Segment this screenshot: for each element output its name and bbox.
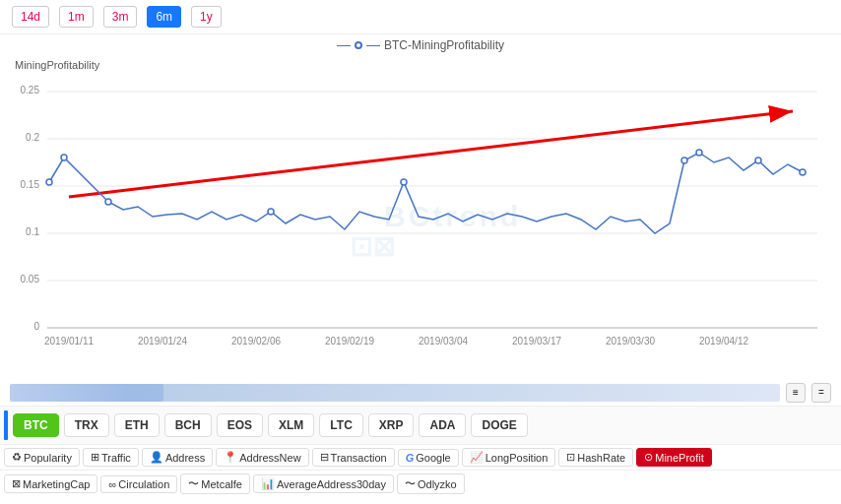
metric-btn-marketing-cap[interactable]: ⊠MarketingCap (4, 474, 97, 493)
metric-btn-popularity[interactable]: ♻Popularity (4, 448, 80, 467)
circulation-icon: ∞ (108, 478, 116, 490)
metric-btn-transaction[interactable]: ⊟Transaction (312, 448, 395, 467)
metric-btn-traffic[interactable]: ⊞Traffic (83, 448, 139, 467)
coin-btn-bch[interactable]: BCH (164, 413, 212, 437)
metric-btn-address-new[interactable]: 📍AddressNew (216, 448, 308, 467)
chart-title: BTC-MiningProfitability (10, 38, 831, 52)
coin-bar: BTC TRX ETH BCH EOS XLM LTC XRP ADA DOGE (0, 407, 841, 445)
metrics-row-2: ⊠MarketingCap ∞Circulation 〜Metcalfe 📊Av… (0, 471, 841, 497)
metric-btn-odlyzko[interactable]: 〜Odlyzko (397, 473, 465, 494)
coin-btn-eos[interactable]: EOS (217, 413, 263, 437)
svg-text:2019/03/04: 2019/03/04 (419, 336, 468, 346)
svg-text:2019/03/30: 2019/03/30 (606, 336, 655, 346)
time-btn-3m[interactable]: 3m (103, 6, 138, 28)
svg-text:0: 0 (33, 321, 39, 332)
time-btn-14d[interactable]: 14d (12, 6, 49, 28)
mini-chart-bar (10, 384, 780, 402)
address-new-icon: 📍 (224, 451, 237, 464)
svg-point-18 (105, 199, 111, 205)
metric-btn-hash-rate[interactable]: ⊡HashRate (558, 448, 633, 467)
odlyzko-icon: 〜 (405, 476, 416, 491)
metric-btn-google[interactable]: GGoogle (398, 449, 459, 467)
svg-text:⊡⊠: ⊡⊠ (350, 231, 395, 262)
google-icon: G (406, 452, 415, 464)
coin-btn-xrp[interactable]: XRP (368, 413, 415, 437)
svg-text:MiningProfitability: MiningProfitability (15, 59, 100, 71)
svg-text:0.1: 0.1 (26, 226, 39, 237)
svg-text:0.2: 0.2 (26, 132, 39, 143)
mini-ctrl-btn-2[interactable]: = (811, 383, 831, 403)
svg-text:2019/01/24: 2019/01/24 (138, 336, 187, 346)
metric-btn-metcalfe[interactable]: 〜Metcalfe (180, 473, 250, 494)
svg-text:2019/01/11: 2019/01/11 (44, 336, 94, 346)
svg-point-22 (696, 150, 702, 156)
metric-btn-circulation[interactable]: ∞Circulation (100, 475, 177, 493)
svg-point-19 (268, 209, 274, 215)
svg-text:0.25: 0.25 (21, 85, 40, 95)
traffic-icon: ⊞ (91, 451, 99, 464)
svg-line-15 (69, 111, 793, 197)
address-icon: 👤 (150, 451, 163, 464)
marketing-cap-icon: ⊠ (12, 477, 21, 490)
time-btn-6m[interactable]: 6m (147, 6, 181, 28)
svg-point-20 (401, 179, 407, 185)
mine-profit-icon: ⊙ (644, 451, 653, 464)
coin-btn-doge[interactable]: DOGE (471, 413, 527, 437)
long-position-icon: 📈 (470, 451, 484, 464)
metric-btn-mine-profit[interactable]: ⊙MineProfit (636, 448, 712, 467)
mini-ctrl-btn-1[interactable]: ≡ (786, 383, 806, 403)
svg-point-16 (46, 179, 52, 185)
time-btn-1m[interactable]: 1m (59, 6, 94, 28)
coin-btn-trx[interactable]: TRX (64, 413, 109, 437)
svg-text:0.15: 0.15 (21, 179, 40, 190)
main-chart-svg: MiningProfitability 0.25 0.2 0.15 0.1 0.… (10, 54, 831, 349)
metcalfe-icon: 〜 (188, 476, 199, 491)
metrics-row-1: ♻Popularity ⊞Traffic 👤Address 📍AddressNe… (0, 445, 841, 471)
coin-btn-btc[interactable]: BTC (13, 413, 59, 437)
metric-btn-address[interactable]: 👤Address (142, 448, 213, 467)
popularity-icon: ♻ (12, 451, 22, 464)
svg-point-24 (800, 169, 806, 175)
left-panel-indicator (4, 410, 8, 440)
coin-btn-ltc[interactable]: LTC (319, 413, 362, 437)
avg-address-icon: 📊 (261, 477, 275, 490)
chart-title-text: BTC-MiningProfitability (384, 38, 504, 52)
metric-btn-avg-address[interactable]: 📊AverageAddress30day (253, 474, 394, 493)
svg-text:0.05: 0.05 (21, 274, 40, 284)
svg-text:2019/03/17: 2019/03/17 (512, 336, 561, 346)
hash-rate-icon: ⊡ (566, 451, 575, 464)
mini-chart-area: ≡ = (0, 379, 841, 407)
svg-point-17 (61, 155, 67, 160)
chart-container: BTC-MiningProfitability MiningProfitabil… (0, 34, 841, 379)
svg-text:BCtrend: BCtrend (384, 200, 521, 232)
metric-btn-long-position[interactable]: 📈LongPosition (462, 448, 556, 467)
svg-text:2019/04/12: 2019/04/12 (699, 336, 748, 346)
coin-btn-eth[interactable]: ETH (114, 413, 160, 437)
top-bar: 14d 1m 3m 6m 1y (0, 0, 841, 34)
svg-point-21 (681, 158, 687, 163)
time-btn-1y[interactable]: 1y (191, 6, 222, 28)
svg-text:2019/02/19: 2019/02/19 (325, 336, 374, 346)
svg-point-23 (755, 158, 761, 163)
svg-text:2019/02/06: 2019/02/06 (231, 336, 281, 346)
coin-btn-xlm[interactable]: XLM (268, 413, 314, 437)
coin-btn-ada[interactable]: ADA (419, 413, 466, 437)
transaction-icon: ⊟ (320, 451, 329, 464)
